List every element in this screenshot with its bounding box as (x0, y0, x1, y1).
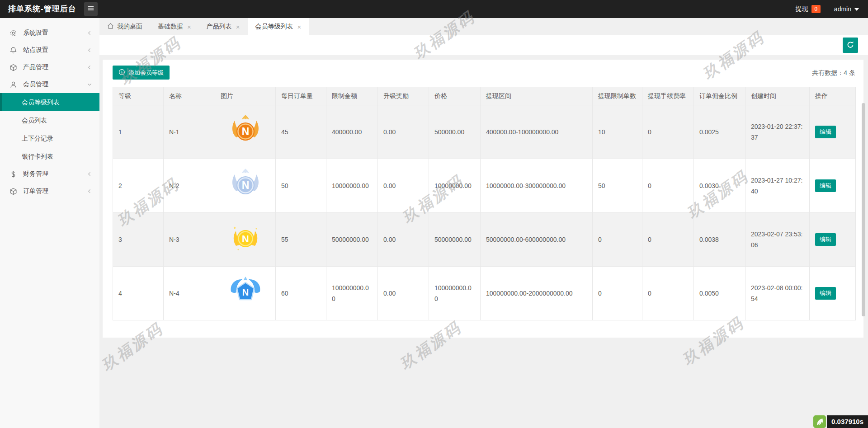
cell-limit_amount: 50000000.00 (326, 213, 378, 267)
cell-image: N (215, 105, 276, 159)
cell-withdraw_fee: 0 (642, 159, 694, 213)
refresh-icon (846, 41, 854, 50)
sidebar-item-label: 站点设置 (23, 46, 48, 54)
table-row-2: 2N-2N5010000000.000.0010000000.001000000… (113, 159, 856, 213)
home-icon (107, 23, 114, 31)
hamburger-menu-button[interactable] (84, 2, 98, 16)
svg-text:N: N (242, 233, 249, 245)
gear-icon (9, 29, 17, 37)
username: admin (834, 5, 851, 13)
sidebar-item-0[interactable]: 系统设置 (0, 24, 99, 42)
total-count-label: 共有数据：4 条 (812, 69, 855, 77)
cell-daily_orders: 50 (276, 159, 326, 213)
cell-daily_orders: 60 (276, 267, 326, 320)
cell-price: 10000000.00 (429, 159, 481, 213)
cell-withdraw_range: 50000000.00-600000000.00 (481, 213, 593, 267)
svg-text:N: N (241, 126, 249, 137)
app-title: 排单系统-管理后台 (8, 0, 76, 18)
cell-withdraw_fee: 0 (642, 267, 694, 320)
add-member-level-button[interactable]: 添加会员等级 (113, 66, 170, 80)
column-header: 等级 (113, 87, 164, 105)
cell-name: N-3 (164, 213, 215, 267)
cube-icon (9, 63, 17, 71)
tab-bar: 我的桌面基础数据×产品列表×会员等级列表× (99, 18, 868, 35)
cell-withdraw_range: 100000000.00-2000000000.00 (481, 267, 593, 320)
cell-withdraw_fee: 0 (642, 105, 694, 159)
svg-text:N: N (241, 179, 249, 191)
close-icon[interactable]: × (236, 24, 240, 30)
sidebar-item-4[interactable]: 财务管理 (0, 165, 99, 183)
cell-level: 1 (113, 105, 164, 159)
cell-commission: 0.0025 (694, 105, 745, 159)
cell-upgrade_reward: 0.00 (378, 105, 429, 159)
sidebar: 系统设置站点设置产品管理会员管理会员等级列表会员列表上下分记录银行卡列表财务管理… (0, 18, 99, 428)
sidebar-subitem[interactable]: 会员等级列表 (0, 93, 99, 111)
tab-3[interactable]: 会员等级列表× (248, 18, 309, 35)
column-header: 操作 (810, 87, 856, 105)
dollar-icon (9, 170, 17, 178)
table-row-3: 3N-3N5550000000.000.0050000000.005000000… (113, 213, 856, 267)
table-row-4: 4N-4N60100000000.000.00100000000.0010000… (113, 267, 856, 320)
sidebar-item-label: 产品管理 (23, 63, 48, 71)
cell-withdraw_limit: 0 (593, 213, 642, 267)
close-icon[interactable]: × (187, 24, 191, 30)
sidebar-item-5[interactable]: 订单管理 (0, 183, 99, 200)
user-icon (9, 80, 17, 89)
cell-created: 2023-02-07 23:53:06 (745, 213, 810, 267)
edit-button[interactable]: 编辑 (815, 179, 836, 192)
edit-button[interactable]: 编辑 (815, 287, 836, 300)
cell-action: 编辑 (810, 213, 856, 267)
edit-button[interactable]: 编辑 (815, 233, 836, 246)
tab-label: 基础数据 (158, 23, 183, 31)
refresh-button[interactable] (843, 38, 858, 53)
cell-daily_orders: 55 (276, 213, 326, 267)
user-menu[interactable]: admin (834, 5, 859, 13)
blue-wings-badge-icon: N (229, 303, 262, 310)
sidebar-subitem[interactable]: 会员列表 (0, 111, 99, 129)
column-header: 图片 (215, 87, 276, 105)
cell-commission: 0.0038 (694, 213, 745, 267)
cell-limit_amount: 400000.00 (326, 105, 378, 159)
sidebar-item-3[interactable]: 会员管理 (0, 76, 99, 93)
sidebar-item-label: 订单管理 (23, 187, 48, 195)
cell-daily_orders: 45 (276, 105, 326, 159)
member-level-table-wrap: 等级名称图片每日订单量限制金额升级奖励价格提现区间提现限制单数提现手续费率订单佣… (113, 87, 855, 320)
cell-action: 编辑 (810, 159, 856, 213)
cell-action: 编辑 (810, 105, 856, 159)
tab-1[interactable]: 基础数据× (150, 18, 199, 35)
cell-name: N-2 (164, 159, 215, 213)
cell-image: N (215, 213, 276, 267)
chevron-left-icon (87, 30, 92, 36)
column-header: 提现手续费率 (642, 87, 694, 105)
cell-withdraw_limit: 50 (593, 159, 642, 213)
hamburger-icon (87, 4, 95, 14)
cell-withdraw_limit: 0 (593, 267, 642, 320)
gold-coin-badge-icon: N (229, 249, 262, 256)
tab-label: 我的桌面 (117, 23, 142, 31)
sidebar-subitem[interactable]: 上下分记录 (0, 129, 99, 147)
column-header: 提现限制单数 (593, 87, 642, 105)
cell-created: 2023-01-20 22:37:37 (745, 105, 810, 159)
cell-price: 100000000.00 (429, 267, 481, 320)
scrollbar-thumb[interactable] (862, 103, 865, 316)
tab-2[interactable]: 产品列表× (199, 18, 248, 35)
sidebar-item-2[interactable]: 产品管理 (0, 59, 99, 76)
topbar-right: 提现 0 admin (796, 0, 859, 18)
sidebar-item-1[interactable]: 站点设置 (0, 42, 99, 59)
withdraw-label: 提现 (796, 5, 808, 13)
column-header: 订单佣金比例 (694, 87, 745, 105)
plus-circle-icon (118, 69, 125, 77)
column-header: 价格 (429, 87, 481, 105)
tab-0[interactable]: 我的桌面 (99, 18, 150, 35)
column-header: 限制金额 (326, 87, 378, 105)
edit-button[interactable]: 编辑 (815, 126, 836, 138)
content-card: 添加会员等级 共有数据：4 条 等级名称图片每日订单量限制金额升级奖励价格提现区… (103, 60, 863, 338)
chevron-left-icon (87, 47, 92, 53)
cell-limit_amount: 10000000.00 (326, 159, 378, 213)
close-icon[interactable]: × (297, 24, 302, 30)
silver-medal-badge-icon: N (229, 195, 262, 202)
sidebar-subitem[interactable]: 银行卡列表 (0, 147, 99, 165)
column-header: 名称 (164, 87, 215, 105)
column-header: 创建时间 (745, 87, 810, 105)
withdraw-menu[interactable]: 提现 0 (796, 5, 821, 13)
